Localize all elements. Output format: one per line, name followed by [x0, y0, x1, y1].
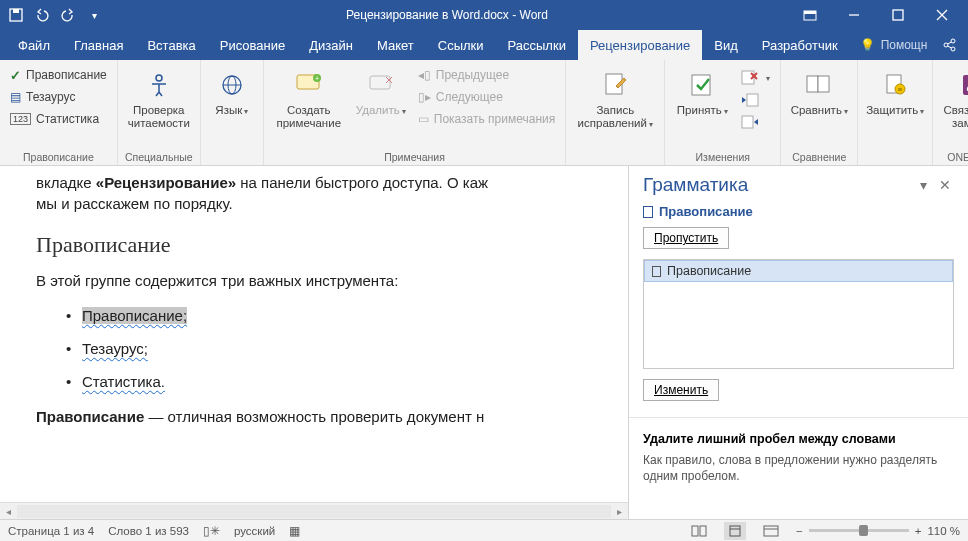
zoom-in-button[interactable]: + — [915, 525, 922, 537]
tell-me[interactable]: 💡 Помощн — [850, 30, 938, 60]
share-icon[interactable] — [937, 38, 961, 52]
save-icon[interactable] — [4, 3, 28, 27]
qat-customize-icon[interactable]: ▾ — [82, 3, 106, 27]
language-indicator[interactable]: русский — [234, 525, 275, 537]
tab-view[interactable]: Вид — [702, 30, 750, 60]
svg-rect-38 — [692, 526, 698, 536]
rule-title: Удалите лишний пробел между словами — [629, 417, 968, 450]
show-comments-button[interactable]: ▭Показать примечания — [414, 108, 560, 130]
scroll-track[interactable] — [17, 505, 611, 518]
svg-rect-25 — [692, 75, 710, 95]
spelling-label: Правописание — [26, 68, 107, 82]
tell-me-label: Помощн — [881, 38, 928, 52]
thesaurus-button[interactable]: ▤Тезаурус — [6, 86, 111, 108]
ribbon-display-icon[interactable] — [788, 0, 832, 30]
tab-mailings[interactable]: Рассылки — [496, 30, 578, 60]
word-count-button[interactable]: 123Статистика — [6, 108, 111, 130]
svg-rect-42 — [764, 526, 778, 536]
svg-rect-39 — [700, 526, 706, 536]
zoom-out-button[interactable]: − — [796, 525, 803, 537]
read-mode-icon[interactable] — [688, 522, 710, 540]
print-layout-icon[interactable] — [724, 522, 746, 540]
language-button[interactable]: Язык▾ — [207, 64, 257, 121]
rule-description: Как правило, слова в предложении нужно р… — [629, 450, 968, 494]
pane-close-icon[interactable]: ✕ — [934, 177, 956, 193]
next-comment-button[interactable]: ▯▸Следующее — [414, 86, 560, 108]
suggestions-list[interactable]: Правописание — [643, 259, 954, 369]
tab-file[interactable]: Файл — [6, 30, 62, 60]
paragraph: Правописание — отличная возможность пров… — [36, 406, 608, 427]
svg-rect-32 — [818, 76, 829, 92]
proofing-status-icon[interactable]: ▯✳ — [203, 524, 220, 538]
next-icon: ▯▸ — [418, 90, 431, 104]
reject-button[interactable]: ▾ — [737, 68, 774, 88]
word-count-indicator[interactable]: Слово 1 из 593 — [108, 525, 189, 537]
title-bar: ▾ Рецензирование в Word.docx - Word — [0, 0, 968, 30]
page-indicator[interactable]: Страница 1 из 4 — [8, 525, 94, 537]
svg-point-14 — [156, 75, 162, 81]
compare-button[interactable]: Сравнить▾ — [787, 64, 851, 121]
minimize-icon[interactable] — [832, 0, 876, 30]
horizontal-scrollbar[interactable]: ◂ ▸ — [0, 502, 628, 519]
group-label: Специальные — [124, 149, 194, 165]
list-item: Правописание; — [66, 307, 608, 324]
group-label: ONENOTE — [939, 149, 968, 165]
redo-icon[interactable] — [56, 3, 80, 27]
grammar-pane: Грамматика ▾ ✕ Правописание Пропустить П… — [628, 166, 968, 519]
track-changes-icon — [602, 68, 628, 102]
tab-references[interactable]: Ссылки — [426, 30, 496, 60]
protect-label: Защитить — [866, 104, 918, 116]
word-count-label: Статистика — [36, 112, 99, 126]
svg-rect-1 — [13, 9, 19, 13]
book-icon — [652, 266, 661, 277]
content-area: вкладке «Рецензирование» на панели быстр… — [0, 166, 968, 519]
scroll-left-icon[interactable]: ◂ — [0, 506, 17, 517]
document-area[interactable]: вкладке «Рецензирование» на панели быстр… — [0, 166, 628, 519]
svg-line-12 — [948, 46, 952, 48]
tab-draw[interactable]: Рисование — [208, 30, 297, 60]
maximize-icon[interactable] — [876, 0, 920, 30]
accept-label: Принять — [677, 104, 722, 116]
group-language: Язык▾ — [201, 60, 264, 165]
group-label: Изменения — [671, 149, 774, 165]
spelling-button[interactable]: ✓Правописание — [6, 64, 111, 86]
accept-button[interactable]: Принять▾ — [671, 64, 733, 121]
next-comment-label: Следующее — [436, 90, 503, 104]
change-button[interactable]: Изменить — [643, 379, 719, 401]
skip-button[interactable]: Пропустить — [643, 227, 729, 249]
web-layout-icon[interactable] — [760, 522, 782, 540]
zoom-slider[interactable] — [809, 529, 909, 532]
delete-comment-button[interactable]: Удалить▾ — [352, 64, 410, 121]
tab-insert[interactable]: Вставка — [135, 30, 207, 60]
next-change-button[interactable] — [737, 112, 774, 132]
linked-notes-button[interactable]: Связанные заметки — [939, 64, 968, 134]
protect-button[interactable]: Защитить▾ — [864, 64, 926, 121]
group-label: Сравнение — [787, 149, 851, 165]
tab-review[interactable]: Рецензирование — [578, 30, 702, 60]
undo-icon[interactable] — [30, 3, 54, 27]
tab-developer[interactable]: Разработчик — [750, 30, 850, 60]
group-comments: + Создать примечание Удалить▾ ◂▯Предыдущ… — [264, 60, 567, 165]
svg-text:+: + — [315, 75, 319, 82]
suggestion-item[interactable]: Правописание — [644, 260, 953, 282]
prev-icon: ◂▯ — [418, 68, 431, 82]
new-comment-button[interactable]: + Создать примечание — [270, 64, 348, 134]
group-label: Правописание — [6, 149, 111, 165]
tab-home[interactable]: Главная — [62, 30, 135, 60]
group-onenote: Связанные заметки ONENOTE — [933, 60, 968, 165]
track-changes-button[interactable]: Запись исправлений▾ — [572, 64, 658, 134]
scroll-right-icon[interactable]: ▸ — [611, 506, 628, 517]
prev-change-button[interactable] — [737, 90, 774, 110]
close-icon[interactable] — [920, 0, 964, 30]
svg-rect-35 — [898, 88, 902, 91]
pane-options-icon[interactable]: ▾ — [912, 177, 934, 193]
zoom-value[interactable]: 110 % — [927, 525, 960, 537]
prev-comment-button[interactable]: ◂▯Предыдущее — [414, 64, 560, 86]
svg-rect-3 — [804, 11, 816, 14]
group-protect: Защитить▾ — [858, 60, 933, 165]
tab-layout[interactable]: Макет — [365, 30, 426, 60]
accessibility-check-button[interactable]: Проверка читаемости — [124, 64, 194, 134]
pane-subtitle: Правописание — [629, 200, 968, 227]
tab-design[interactable]: Дизайн — [297, 30, 365, 60]
macro-indicator-icon[interactable]: ▦ — [289, 524, 300, 538]
